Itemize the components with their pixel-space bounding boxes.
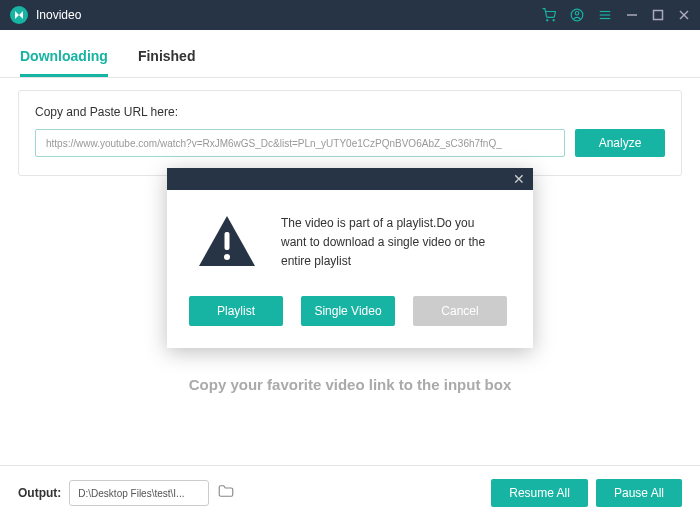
folder-icon[interactable] — [217, 482, 235, 504]
url-panel: Copy and Paste URL here: Analyze — [18, 90, 682, 176]
svg-point-1 — [553, 20, 554, 21]
maximize-icon[interactable] — [652, 9, 664, 21]
cart-icon[interactable] — [542, 8, 556, 22]
menu-icon[interactable] — [598, 8, 612, 22]
resume-all-button[interactable]: Resume All — [491, 479, 588, 507]
dialog-message: The video is part of a playlist.Do you w… — [281, 214, 503, 272]
tab-finished[interactable]: Finished — [138, 40, 196, 77]
app-logo-icon — [10, 6, 28, 24]
title-bar: Inovideo — [0, 0, 700, 30]
dialog-header: ✕ — [167, 168, 533, 190]
output-label: Output: — [18, 486, 61, 500]
warning-icon — [197, 214, 257, 272]
output-path[interactable]: D:\Desktop Files\test\I... — [69, 480, 209, 506]
playlist-dialog: ✕ The video is part of a playlist.Do you… — [167, 168, 533, 348]
svg-point-0 — [547, 20, 548, 21]
tab-downloading[interactable]: Downloading — [20, 40, 108, 77]
svg-rect-8 — [654, 11, 663, 20]
analyze-button[interactable]: Analyze — [575, 129, 665, 157]
user-icon[interactable] — [570, 8, 584, 22]
pause-all-button[interactable]: Pause All — [596, 479, 682, 507]
svg-point-3 — [575, 12, 579, 16]
dialog-close-icon[interactable]: ✕ — [513, 172, 525, 186]
playlist-button[interactable]: Playlist — [189, 296, 283, 326]
svg-point-12 — [224, 254, 230, 260]
url-input[interactable] — [35, 129, 565, 157]
close-icon[interactable] — [678, 9, 690, 21]
url-label: Copy and Paste URL here: — [35, 105, 665, 119]
tab-bar: Downloading Finished — [0, 30, 700, 78]
cancel-button[interactable]: Cancel — [413, 296, 507, 326]
empty-hint: Copy your favorite video link to the inp… — [0, 376, 700, 393]
single-video-button[interactable]: Single Video — [301, 296, 395, 326]
app-title: Inovideo — [36, 8, 542, 22]
svg-rect-11 — [225, 232, 230, 250]
footer: Output: D:\Desktop Files\test\I... Resum… — [0, 465, 700, 520]
minimize-icon[interactable] — [626, 9, 638, 21]
